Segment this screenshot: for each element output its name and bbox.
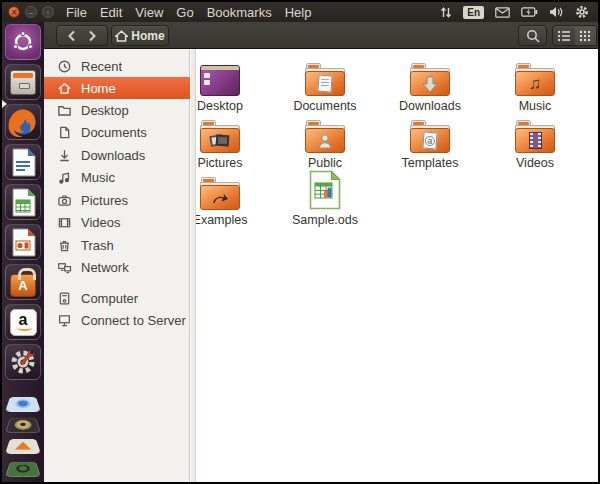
- file-label: Examples: [193, 213, 248, 227]
- templates-folder-icon: a: [410, 120, 450, 153]
- window-controls: ✕ – ▫: [8, 6, 54, 18]
- sidebar-item-computer[interactable]: Computer: [44, 287, 190, 309]
- network-sync-icon[interactable]: [440, 6, 452, 19]
- menu-edit[interactable]: Edit: [100, 5, 122, 20]
- photos-emblem-icon: [210, 133, 230, 149]
- menu-view[interactable]: View: [135, 5, 163, 20]
- sidebar-label: Trash: [81, 238, 114, 253]
- video-icon: [57, 215, 72, 230]
- sidebar-label: Network: [81, 260, 129, 275]
- file-grid: Desktop Documents Downloads ♫: [196, 49, 598, 482]
- sidebar-item-network[interactable]: Network: [44, 256, 190, 278]
- menu-items: File Edit View Go Bookmarks Help: [66, 5, 311, 20]
- menu-bookmarks[interactable]: Bookmarks: [207, 5, 272, 20]
- sidebar-item-recent[interactable]: Recent: [44, 55, 190, 77]
- network-icon: [57, 260, 72, 275]
- global-menubar: ✕ – ▫ File Edit View Go Bookmarks Help E…: [2, 2, 598, 22]
- file-label: Music: [519, 99, 552, 113]
- sidebar-item-desktop[interactable]: Desktop: [44, 99, 190, 121]
- file-label: Templates: [402, 156, 459, 170]
- history-nav-group: [56, 25, 108, 46]
- amazon-icon[interactable]: a: [5, 304, 41, 340]
- file-label: Sample.ods: [292, 213, 358, 227]
- document-emblem-icon: [317, 75, 332, 93]
- grid-view-icon: [579, 30, 591, 42]
- volume-icon[interactable]: [549, 6, 564, 18]
- music-emblem-icon: ♫: [529, 75, 542, 92]
- home-icon: [57, 81, 72, 96]
- software-center-letter: A: [18, 278, 27, 293]
- battery-icon[interactable]: [521, 7, 538, 17]
- file-item-public[interactable]: Public: [275, 113, 375, 170]
- sidebar-item-trash[interactable]: Trash: [44, 234, 190, 256]
- film-emblem-icon: [529, 132, 542, 149]
- libreoffice-impress-icon[interactable]: [5, 224, 41, 260]
- sidebar-item-documents[interactable]: Documents: [44, 121, 190, 143]
- menu-help[interactable]: Help: [285, 5, 312, 20]
- list-view-button[interactable]: [553, 26, 575, 45]
- public-folder-icon: [305, 120, 345, 153]
- file-item-music[interactable]: ♫ Music: [485, 56, 585, 113]
- stacked-app-icon-vlc[interactable]: [5, 439, 41, 454]
- session-gear-icon[interactable]: [575, 5, 589, 19]
- sidebar-label: Desktop: [81, 103, 129, 118]
- shortcut-emblem-icon: [211, 191, 229, 205]
- software-center-icon[interactable]: A: [5, 264, 41, 300]
- sidebar-label: Music: [81, 170, 115, 185]
- file-item-videos[interactable]: Videos: [485, 113, 585, 170]
- messages-icon[interactable]: [495, 7, 510, 18]
- view-toggle-group: [552, 25, 597, 46]
- sidebar-item-connect-to-server[interactable]: Connect to Server: [44, 309, 190, 331]
- file-label: Desktop: [197, 99, 243, 113]
- files-app-icon[interactable]: [5, 64, 41, 100]
- menu-file[interactable]: File: [66, 5, 87, 20]
- file-item-documents[interactable]: Documents: [275, 56, 375, 113]
- file-item-templates[interactable]: a Templates: [380, 113, 480, 170]
- sidebar-label: Documents: [81, 125, 147, 140]
- back-button[interactable]: [61, 30, 82, 42]
- download-icon: [57, 148, 72, 163]
- maximize-button[interactable]: ▫: [42, 6, 54, 18]
- libreoffice-calc-icon[interactable]: [5, 184, 41, 220]
- stacked-app-icon-blue[interactable]: [5, 397, 41, 412]
- keyboard-layout-indicator[interactable]: En: [463, 6, 484, 19]
- videos-folder-icon: [515, 120, 555, 153]
- sidebar-label: Downloads: [81, 148, 145, 163]
- libreoffice-writer-icon[interactable]: [5, 144, 41, 180]
- desktop-screen: ✕ – ▫ File Edit View Go Bookmarks Help E…: [0, 0, 600, 484]
- file-item-downloads[interactable]: Downloads: [380, 56, 480, 113]
- system-settings-icon[interactable]: [5, 344, 41, 380]
- examples-folder-icon: [200, 177, 240, 210]
- sidebar-item-pictures[interactable]: Pictures: [44, 189, 190, 211]
- sidebar-item-music[interactable]: Music: [44, 166, 190, 188]
- home-icon: [115, 30, 128, 42]
- close-button[interactable]: ✕: [8, 6, 20, 18]
- location-label: Home: [131, 29, 164, 43]
- file-label: Downloads: [399, 99, 461, 113]
- nautilus-toolbar: Home: [44, 22, 598, 49]
- file-item-sample-ods[interactable]: Sample.ods: [275, 170, 375, 227]
- server-icon: [57, 313, 72, 328]
- pictures-folder-icon: [200, 120, 240, 153]
- amazon-smile-arrow: [17, 325, 32, 331]
- search-button[interactable]: [518, 25, 547, 46]
- firefox-icon[interactable]: [5, 104, 41, 140]
- minimize-button[interactable]: –: [25, 6, 37, 18]
- sidebar-scrollbar[interactable]: [191, 49, 196, 482]
- sidebar-label: Videos: [81, 215, 121, 230]
- unity-launcher: A a: [2, 22, 44, 482]
- file-label: Pictures: [197, 156, 242, 170]
- grid-view-button[interactable]: [575, 26, 597, 45]
- sidebar-label: Computer: [81, 291, 138, 306]
- menu-go[interactable]: Go: [176, 5, 193, 20]
- sidebar-item-home[interactable]: Home: [44, 77, 190, 99]
- ubuntu-dash-icon[interactable]: [5, 24, 41, 60]
- location-home-button[interactable]: Home: [111, 25, 169, 46]
- computer-icon: [57, 291, 72, 306]
- stacked-app-icon-recorder[interactable]: [5, 462, 41, 477]
- forward-button[interactable]: [82, 30, 103, 42]
- stacked-app-icon-disc[interactable]: [5, 418, 41, 433]
- sidebar-item-videos[interactable]: Videos: [44, 211, 190, 233]
- music-icon: [57, 170, 72, 185]
- sidebar-item-downloads[interactable]: Downloads: [44, 144, 190, 166]
